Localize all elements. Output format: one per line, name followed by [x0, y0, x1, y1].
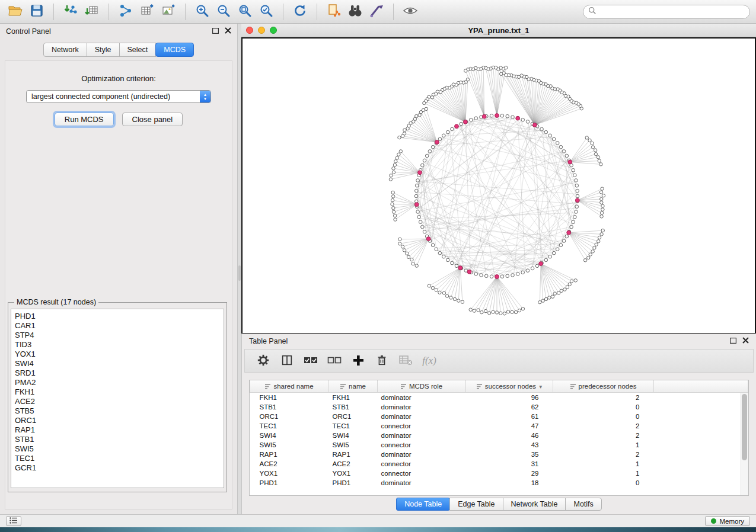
delete-column-button[interactable]: [374, 353, 390, 368]
zoom-selected-button[interactable]: [257, 3, 276, 21]
toolbar-separator: [317, 4, 317, 20]
find-button[interactable]: [346, 3, 365, 21]
column-header-shared-name[interactable]: shared name: [250, 380, 329, 393]
mcds-result-item[interactable]: STP4: [15, 331, 224, 340]
show-columns-button[interactable]: [279, 353, 295, 368]
deselect-all-columns-button[interactable]: [327, 353, 342, 368]
zoom-fit-button[interactable]: [235, 3, 254, 21]
float-panel-icon[interactable]: [212, 27, 219, 36]
table-header-row[interactable]: shared namenameMCDS rolesuccessor nodes▾…: [250, 380, 748, 393]
new-network-button[interactable]: [116, 3, 135, 21]
eye-icon: [403, 5, 418, 18]
float-panel-icon[interactable]: [730, 337, 736, 345]
delete-table-button[interactable]: [398, 353, 413, 368]
zoom-out-button[interactable]: [214, 3, 233, 21]
table-scrollbar[interactable]: [741, 393, 748, 495]
column-header-name[interactable]: name: [329, 380, 378, 393]
node-table: shared namenameMCDS rolesuccessor nodes▾…: [249, 380, 749, 496]
search-input[interactable]: [599, 7, 745, 17]
import-network-button[interactable]: [61, 3, 80, 21]
refresh-button[interactable]: [291, 3, 310, 21]
table-toolbar: f(x): [244, 349, 754, 373]
zoom-in-button[interactable]: [193, 3, 212, 21]
column-header-mcds-role[interactable]: MCDS role: [378, 380, 466, 393]
network-title: YPA_prune.txt_1: [241, 26, 756, 35]
mcds-result-item[interactable]: PMA2: [15, 378, 224, 387]
optimization-dropdown[interactable]: largest connected component (undirected)…: [26, 90, 211, 103]
tab-node-table[interactable]: Node Table: [396, 498, 450, 511]
column-header-predecessor-nodes[interactable]: predecessor nodes: [553, 380, 654, 393]
table-row[interactable]: FKH1FKH1dominator962: [250, 393, 748, 403]
import-network-icon: [63, 4, 78, 20]
function-builder-button[interactable]: f(x): [422, 353, 437, 368]
network-window-titlebar[interactable]: YPA_prune.txt_1: [241, 24, 756, 37]
export-image-button[interactable]: [159, 3, 178, 21]
plus-icon: [352, 354, 364, 368]
column-header-successor-nodes[interactable]: successor nodes▾: [466, 380, 553, 393]
mcds-result-item[interactable]: TID3: [15, 340, 224, 350]
list-menu-icon: [9, 517, 18, 525]
table-row[interactable]: PHD1PHD1dominator180: [250, 478, 748, 488]
table-panel: Table Panel f(x) shared namenameMCDS rol…: [241, 334, 756, 514]
binoculars-icon: [348, 4, 362, 19]
mcds-result-item[interactable]: TEC1: [15, 454, 224, 463]
clone-network-button[interactable]: [324, 3, 343, 21]
checked-boxes-icon: [304, 355, 318, 367]
table-panel-title: Table Panel: [249, 337, 288, 345]
mcds-result-title: MCDS result (17 nodes): [14, 298, 98, 306]
tab-mcds[interactable]: MCDS: [155, 43, 194, 57]
table-settings-button[interactable]: [256, 353, 271, 368]
export-table-button[interactable]: [138, 3, 157, 21]
mcds-result-item[interactable]: SRD1: [15, 368, 224, 378]
mcds-result-item[interactable]: STB5: [15, 406, 224, 416]
task-history-button[interactable]: [6, 516, 21, 526]
table-row[interactable]: STB1STB1dominator620: [250, 402, 748, 412]
table-row[interactable]: TEC1TEC1connector472: [250, 421, 748, 431]
tab-network-table[interactable]: Network Table: [503, 498, 566, 511]
mcds-result-item[interactable]: FKH1: [15, 387, 224, 397]
table-row[interactable]: ORC1ORC1dominator610: [250, 412, 748, 421]
tab-style[interactable]: Style: [87, 43, 120, 57]
mcds-result-item[interactable]: RAP1: [15, 425, 224, 435]
table-row[interactable]: ACE2ACE2connector311: [250, 459, 748, 469]
table-row[interactable]: RAP1RAP1dominator352: [250, 450, 748, 459]
mcds-result-item[interactable]: YOX1: [15, 350, 224, 359]
close-panel-button[interactable]: Close panel: [122, 113, 183, 126]
close-panel-icon[interactable]: [225, 27, 231, 36]
memory-button[interactable]: Memory: [705, 516, 750, 526]
toolbar-separator: [185, 4, 186, 20]
import-table-button[interactable]: [82, 3, 101, 21]
mcds-result-item[interactable]: PHD1: [15, 312, 224, 321]
close-panel-icon[interactable]: [742, 337, 749, 345]
mcds-result-item[interactable]: ORC1: [15, 416, 224, 425]
tab-motifs[interactable]: Motifs: [565, 498, 601, 511]
mcds-result-item[interactable]: GCR1: [15, 463, 224, 473]
mcds-result-item[interactable]: ACE2: [15, 397, 224, 406]
open-file-button[interactable]: [6, 3, 25, 21]
network-canvas[interactable]: [241, 37, 756, 334]
table-row[interactable]: YOX1YOX1connector291: [250, 469, 748, 478]
mcds-result-item[interactable]: STB1: [15, 435, 224, 444]
search-box[interactable]: [583, 5, 750, 19]
open-folder-icon: [8, 5, 23, 18]
scrollbar-thumb[interactable]: [742, 394, 747, 460]
mcds-result-item[interactable]: CAR1: [15, 321, 224, 331]
apply-style-button[interactable]: [367, 3, 386, 21]
save-button[interactable]: [27, 3, 46, 21]
tab-network[interactable]: Network: [43, 43, 87, 57]
run-mcds-button[interactable]: Run MCDS: [55, 113, 114, 126]
tab-edge-table[interactable]: Edge Table: [449, 498, 503, 511]
tab-select[interactable]: Select: [119, 43, 157, 57]
select-all-columns-button[interactable]: [303, 353, 318, 368]
mcds-result-item[interactable]: SWI4: [15, 359, 224, 368]
zoom-selected-icon: [260, 4, 273, 20]
add-column-button[interactable]: [350, 353, 366, 368]
import-table-icon: [85, 4, 99, 20]
table-row[interactable]: SWI5SWI5connector431: [250, 440, 748, 450]
mcds-result-list[interactable]: PHD1CAR1STP4TID3YOX1SWI4SRD1PMA2FKH1ACE2…: [11, 309, 224, 488]
show-details-button[interactable]: [401, 3, 420, 21]
mcds-result-item[interactable]: SWI5: [15, 444, 224, 454]
table-row[interactable]: SWI4SWI4dominator462: [250, 431, 748, 440]
columns-icon: [280, 354, 294, 368]
style-brush-icon: [369, 4, 384, 20]
